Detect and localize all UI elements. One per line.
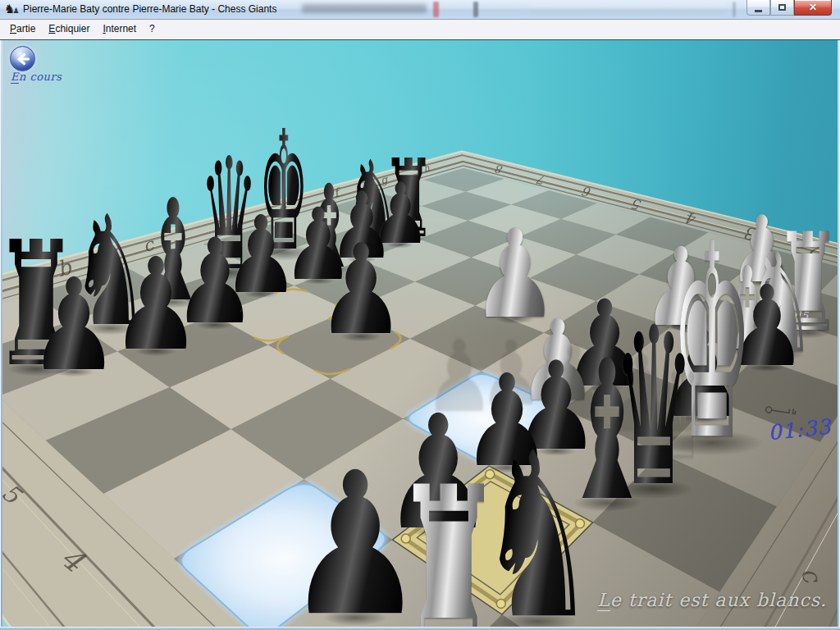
app-icon-chess: ♞♟	[4, 2, 20, 18]
back-arrow-icon	[13, 49, 33, 69]
glass-reflection	[733, 2, 736, 17]
chess-piece-rook[interactable]: ♜	[392, 457, 504, 630]
chess-piece-pawn[interactable]: ♟	[28, 262, 119, 389]
minimize-button[interactable]	[746, 0, 770, 16]
maximize-icon	[778, 4, 786, 11]
menu-item-echiquier[interactable]: Echiquier	[42, 20, 96, 40]
glass-reflection	[529, 3, 726, 14]
close-icon: ✕	[809, 2, 817, 13]
window-title: Pierre-Marie Baty contre Pierre-Marie Ba…	[23, 3, 276, 15]
glass-reflection	[302, 4, 427, 13]
chess-piece-pawn[interactable]: ♟	[110, 241, 201, 368]
window-controls: ✕	[746, 0, 832, 16]
menu-item-partie[interactable]: Partie	[3, 20, 42, 40]
title-bar[interactable]: ♞♟ Pierre-Marie Baty contre Pierre-Marie…	[0, 0, 840, 20]
app-window: ♞♟ Pierre-Marie Baty contre Pierre-Marie…	[0, 0, 840, 630]
menu-bar: PartieEchiquierInternet?	[0, 20, 840, 40]
glass-reflection	[433, 2, 439, 17]
chess-piece-pawn[interactable]: ♟	[316, 228, 405, 353]
minimize-icon	[755, 10, 762, 12]
maximize-button[interactable]	[770, 0, 794, 16]
back-button[interactable]	[10, 46, 35, 71]
menu-item-help[interactable]: ?	[143, 20, 162, 40]
close-button[interactable]: ✕	[794, 0, 832, 16]
menu-item-internet[interactable]: Internet	[96, 20, 143, 40]
glass-reflection	[473, 2, 478, 17]
